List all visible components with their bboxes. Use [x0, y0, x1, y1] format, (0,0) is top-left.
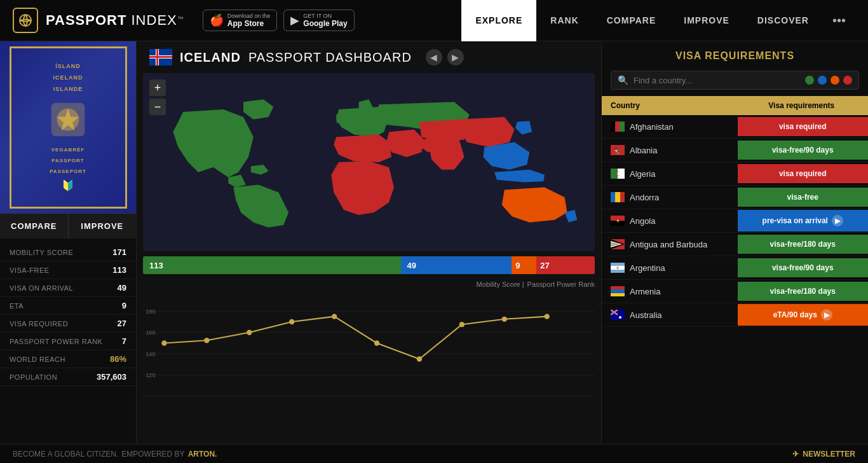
country-row-algeria: Algeria visa required [602, 162, 868, 186]
newsletter-icon: ✈ [792, 450, 799, 459]
svg-text:180: 180 [146, 308, 155, 315]
stats-panel: MOBILITY SCORE 171 VISA-FREE 113 VISA ON… [0, 238, 136, 391]
next-country-button[interactable]: ▶ [447, 49, 464, 66]
svg-rect-38 [611, 192, 615, 202]
passport-title-line3: ISLANDE [53, 86, 83, 92]
footer-brand: ARTON. [188, 450, 217, 459]
svg-point-20 [204, 338, 209, 343]
stat-visa-on-arrival: VISA ON ARRIVAL 49 [0, 279, 136, 297]
svg-point-22 [289, 319, 294, 324]
center-panel: ICELAND PASSPORT DASHBOARD ◀ ▶ + − [137, 41, 601, 463]
visa-status-algeria: visa required [738, 164, 869, 183]
country-row-afghanistan: Afghanistan visa required [602, 115, 868, 139]
country-name-text: Argentina [630, 263, 665, 273]
svg-point-51 [616, 266, 619, 269]
country-list: Afghanistan visa required 🦅 Albania visa… [602, 115, 868, 427]
stat-value-visa-required: 27 [118, 319, 126, 328]
flag-angola: ✦ [611, 216, 625, 226]
svg-rect-53 [611, 289, 625, 293]
flag-albania: 🦅 [611, 145, 625, 155]
country-name-cell: Armenia [602, 280, 738, 303]
line-chart: 180 160 140 120 [143, 291, 595, 411]
svg-rect-40 [620, 192, 625, 202]
column-country: Country [602, 96, 735, 115]
info-icon-angola[interactable]: ▶ [832, 215, 843, 226]
passport-image: ÍSLAND ICELAND ISLANDE VEGABRÉF PASSPORT… [0, 41, 136, 213]
svg-text:140: 140 [146, 351, 155, 357]
flag-afghanistan [611, 121, 625, 132]
stat-value-power-rank: 7 [122, 336, 126, 346]
prev-country-button[interactable]: ◀ [426, 49, 442, 66]
bar-eta: 9 [512, 256, 536, 274]
svg-text:120: 120 [146, 372, 155, 378]
nav-compare[interactable]: COMPARE [593, 0, 670, 41]
stat-label-power-rank: PASSPORT POWER RANK [10, 338, 102, 345]
visa-status-argentina: visa-free/90 days [738, 258, 869, 277]
mobility-score-label: Mobility Score | [477, 280, 524, 288]
compare-button[interactable]: COMPARE [0, 214, 69, 238]
passport-title-line2: ICELAND [53, 74, 83, 81]
action-buttons: COMPARE IMPROVE [0, 213, 136, 238]
visa-status-angola: pre-visa on arrival ▶ [738, 210, 869, 232]
country-row-australia: Australia eTA/90 days ▶ [602, 303, 868, 327]
info-icon-australia[interactable]: ▶ [821, 309, 832, 321]
nav-improve[interactable]: IMPROVE [670, 0, 743, 41]
svg-text:160: 160 [146, 329, 155, 336]
playstore-button[interactable]: ▶ GET IT ON Google Play [283, 10, 354, 31]
stat-power-rank: PASSPORT POWER RANK 7 [0, 333, 136, 350]
stat-label-world-reach: WORLD REACH [10, 356, 65, 363]
country-row-albania: 🦅 Albania visa-free/90 days [602, 139, 868, 162]
country-search-input[interactable] [634, 76, 800, 85]
logo-text: PASSPORT INDEX™ [46, 12, 184, 29]
nav-more[interactable]: ••• [823, 13, 855, 28]
column-visa: Visa requirements [735, 96, 869, 115]
flag-armenia [611, 286, 625, 296]
newsletter-button[interactable]: ✈ NEWSLETTER [792, 450, 855, 459]
zoom-out-button[interactable]: − [149, 99, 166, 115]
stat-label-visa-required: VISA REQUIRED [10, 320, 68, 328]
bar-visa-required: 27 [536, 256, 595, 274]
country-name-text: Afghanistan [630, 122, 674, 132]
country-name-text: Angola [630, 216, 655, 226]
visa-status-armenia: visa-free/180 days [738, 282, 869, 301]
improve-button[interactable]: IMPROVE [69, 214, 137, 238]
zoom-in-button[interactable]: + [149, 79, 166, 96]
legend-dots [805, 76, 852, 85]
stat-label-visa-free: VISA-FREE [10, 266, 50, 274]
bar-visa-free: 113 [143, 256, 401, 274]
country-row-armenia: Armenia visa-free/180 days [602, 280, 868, 303]
flag-australia [611, 310, 625, 320]
country-name-text: Armenia [630, 287, 660, 296]
country-name: ICELAND [180, 50, 241, 65]
nav-rank[interactable]: RANK [536, 0, 592, 41]
svg-rect-29 [611, 121, 615, 132]
visa-status-andorra: visa-free [738, 188, 869, 207]
country-row-antigua: Antigua and Barbuda visa-free/180 days [602, 233, 868, 256]
stat-label-population: POPULATION [10, 373, 57, 381]
footer-powered: EMPOWERED BY [121, 450, 184, 459]
legend-red [843, 76, 852, 85]
legend-blue [818, 76, 827, 85]
country-row-andorra: Andorra visa-free [602, 186, 868, 209]
svg-rect-52 [611, 286, 625, 289]
app-buttons: 🍎 Download on the App Store ▶ GET IT ON … [203, 10, 355, 31]
legend-green [805, 76, 814, 85]
country-name-cell: 🦅 Albania [602, 139, 738, 162]
country-search-bar[interactable]: 🔍 [611, 71, 859, 90]
nav-discover[interactable]: DISCOVER [743, 0, 823, 41]
stat-value-population: 357,603 [97, 372, 126, 382]
nav-explore[interactable]: EXPLORE [461, 0, 536, 41]
country-name-text: Antigua and Barbuda [630, 240, 707, 249]
svg-point-28 [545, 314, 550, 319]
svg-rect-31 [620, 121, 625, 132]
country-name-cell: Algeria [602, 162, 738, 185]
svg-rect-30 [615, 121, 620, 132]
appstore-button[interactable]: 🍎 Download on the App Store [203, 10, 278, 31]
country-name-text: Albania [630, 146, 657, 155]
legend-orange [831, 76, 839, 85]
stat-label-mobility: MOBILITY SCORE [10, 249, 73, 256]
svg-point-25 [417, 356, 422, 361]
passport-subtitle1: VEGABRÉF [51, 147, 85, 153]
dashboard-header: ICELAND PASSPORT DASHBOARD ◀ ▶ [137, 41, 601, 73]
passport-subtitle2: PASSPORT [51, 158, 84, 163]
